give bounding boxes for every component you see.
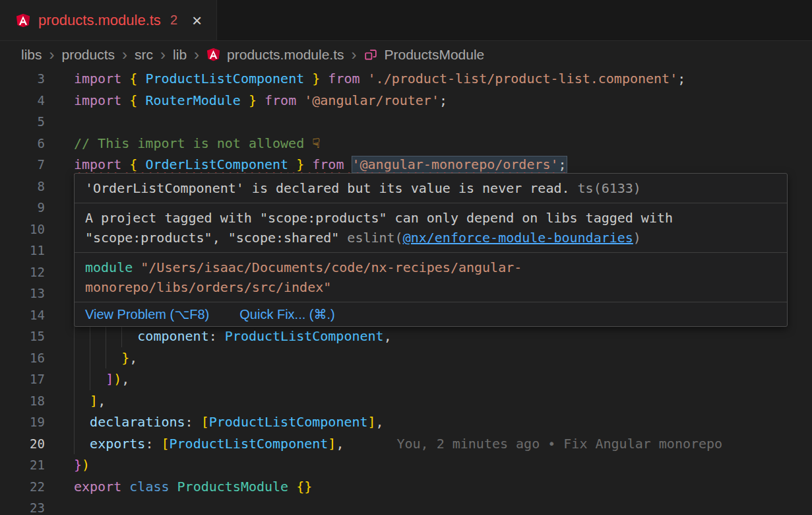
indent-guide <box>74 433 75 455</box>
code-token: ☟ <box>312 135 320 151</box>
code-token: component <box>137 328 208 344</box>
code-token: export <box>74 479 121 495</box>
code-token: class <box>129 479 169 495</box>
hover-text-segment: eslint( <box>347 230 402 246</box>
code-token: '@angular-monorepo/orders' <box>352 156 559 172</box>
chevron-right-icon: › <box>351 47 358 63</box>
line-number[interactable]: 6 <box>0 133 45 154</box>
code-token <box>320 71 328 86</box>
line-number[interactable]: 12 <box>0 261 45 283</box>
line-number[interactable]: 15 <box>0 326 45 347</box>
breadcrumb-item-lib[interactable]: lib <box>173 47 187 63</box>
indent-guide <box>106 347 106 369</box>
breadcrumb-item-file[interactable]: products.module.ts <box>227 47 344 63</box>
tab-products-module[interactable]: products.module.ts 2 × <box>0 0 217 40</box>
eslint-diagnostic: A project tagged with "scope:products" c… <box>75 203 787 253</box>
view-problem-action[interactable]: View Problem (⌥F8) <box>85 306 209 322</box>
code-token <box>344 156 352 172</box>
quick-fix-action[interactable]: Quick Fix... (⌘.) <box>239 306 334 322</box>
line-number[interactable]: 18 <box>0 390 45 412</box>
line-number[interactable]: 14 <box>0 304 45 326</box>
code-token: exports <box>90 436 145 452</box>
breadcrumb-item-products[interactable]: products <box>62 47 115 63</box>
code-line-7[interactable]: 7import { OrderListComponent } from '@an… <box>0 154 812 176</box>
breadcrumb-item-libs[interactable]: libs <box>21 47 42 63</box>
code-token: } <box>296 156 304 172</box>
code-token <box>121 479 129 495</box>
line-number[interactable]: 21 <box>0 454 45 476</box>
code-token: // This import is not allowed <box>74 135 312 151</box>
word-highlight: '@angular-monorepo/orders'; <box>352 156 567 172</box>
line-number[interactable]: 4 <box>0 90 45 112</box>
code-token: ] <box>90 393 98 409</box>
code-token: [ <box>201 414 209 430</box>
code-token: { <box>129 71 137 86</box>
line-number[interactable]: 13 <box>0 283 45 304</box>
code-token: ProductListComponent <box>225 328 384 344</box>
hover-text-line: 'OrderListComponent' is declared but its… <box>85 178 776 198</box>
line-number[interactable]: 16 <box>0 347 45 369</box>
indent-guide <box>121 326 122 347</box>
code-line-3[interactable]: 3import { ProductListComponent } from '.… <box>0 68 812 90</box>
code-token: ) <box>113 371 121 387</box>
hover-text-line: A project tagged with "scope:products" c… <box>85 208 776 228</box>
code-line-20[interactable]: 20 exports: [ProductListComponent],You, … <box>0 433 812 455</box>
line-number[interactable]: 17 <box>0 368 45 390</box>
code-line-19[interactable]: 19 declarations: [ProductListComponent], <box>0 411 812 433</box>
code-token: RouterModule <box>145 92 241 108</box>
indent-guide <box>90 347 90 369</box>
code-token: {} <box>296 479 312 495</box>
breadcrumb-item-src[interactable]: src <box>135 47 153 63</box>
code-token: ; <box>559 156 567 172</box>
hover-text-segment: ts(6133) <box>578 180 641 196</box>
code-token: ) <box>82 457 90 473</box>
line-number[interactable]: 23 <box>0 497 45 515</box>
code-token: import <box>74 71 121 86</box>
code-token: '@angular/router' <box>304 92 439 108</box>
chevron-right-icon: › <box>160 47 166 63</box>
code-line-4[interactable]: 4import { RouterModule } from '@angular/… <box>0 90 812 112</box>
code-token <box>137 156 145 172</box>
line-number[interactable]: 8 <box>0 176 45 197</box>
breadcrumb-item-symbol[interactable]: ProductsModule <box>385 47 485 63</box>
hover-actions: View Problem (⌥F8) Quick Fix... (⌘.) <box>75 302 787 326</box>
code-line-6[interactable]: 6// This import is not allowed ☟ <box>0 133 812 154</box>
code-line-23[interactable]: 23 <box>0 497 812 515</box>
line-number[interactable]: 19 <box>0 411 45 433</box>
code-line-21[interactable]: 21}) <box>0 454 812 476</box>
code-token: } <box>249 92 257 108</box>
code-token: } <box>121 350 129 366</box>
hover-text-segment: module <box>85 259 133 275</box>
line-number[interactable]: 20 <box>0 433 45 455</box>
line-number[interactable]: 3 <box>0 68 45 90</box>
line-number[interactable]: 7 <box>0 154 45 176</box>
code-token: { <box>129 156 137 172</box>
code-line-5[interactable]: 5 <box>0 111 812 133</box>
eslint-rule-link[interactable]: @nx/enforce-module-boundaries <box>403 230 633 246</box>
code-line-15[interactable]: 15 component: ProductListComponent, <box>0 326 812 347</box>
code-token: ; <box>677 71 685 86</box>
code-line-22[interactable]: 22export class ProductsModule {} <box>0 476 812 498</box>
line-number[interactable]: 9 <box>0 197 45 219</box>
hover-text-segment: "scope:products", "scope:shared" <box>85 230 347 246</box>
line-number[interactable]: 11 <box>0 240 45 261</box>
error-hover-popup: 'OrderListComponent' is declared but its… <box>74 173 788 327</box>
code-token <box>170 479 177 495</box>
ts-diagnostic: 'OrderListComponent' is declared but its… <box>75 174 787 203</box>
code-line-18[interactable]: 18 ], <box>0 390 812 412</box>
line-number[interactable]: 10 <box>0 219 45 240</box>
code-line-16[interactable]: 16 }, <box>0 347 812 369</box>
code-token: , <box>336 436 344 452</box>
code-token <box>121 156 129 172</box>
code-token <box>304 156 312 172</box>
code-token <box>288 156 296 172</box>
tab-problem-count: 2 <box>170 13 177 28</box>
line-number[interactable]: 22 <box>0 476 45 498</box>
code-token: ProductListComponent <box>170 436 328 452</box>
code-token: './product-list/product-list.component' <box>368 71 678 86</box>
close-icon[interactable]: × <box>192 12 202 29</box>
line-number[interactable]: 5 <box>0 111 45 133</box>
code-line-17[interactable]: 17 ]), <box>0 368 812 390</box>
hover-text-segment: A project tagged with "scope:products" c… <box>85 210 673 226</box>
chevron-right-icon: › <box>193 47 200 63</box>
